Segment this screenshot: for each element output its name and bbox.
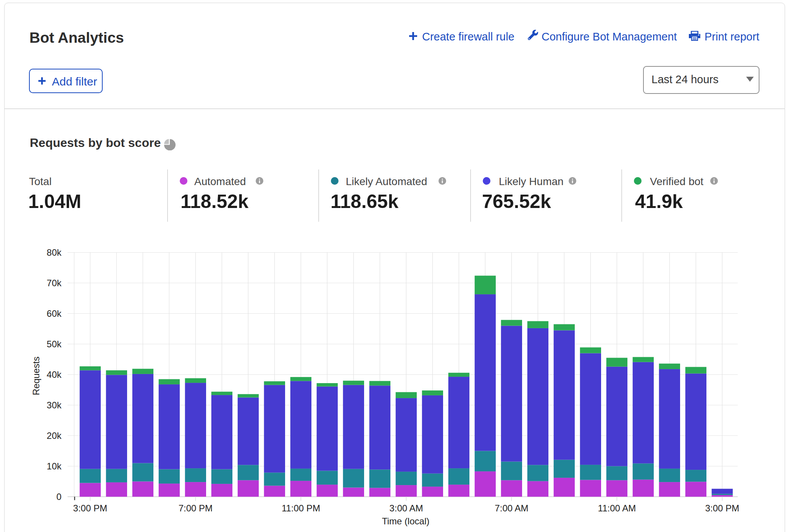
svg-text:50k: 50k: [47, 339, 62, 349]
svg-text:0: 0: [56, 492, 61, 502]
svg-text:20k: 20k: [47, 430, 62, 441]
svg-text:Requests: Requests: [31, 356, 41, 395]
svg-text:7:00 AM: 7:00 AM: [495, 503, 528, 513]
svg-text:80k: 80k: [47, 247, 62, 258]
svg-text:30k: 30k: [47, 400, 62, 410]
svg-text:40k: 40k: [47, 369, 62, 380]
svg-text:60k: 60k: [47, 308, 62, 319]
svg-text:Time (local): Time (local): [382, 516, 429, 526]
svg-text:7:00 PM: 7:00 PM: [179, 503, 213, 513]
svg-text:3:00 PM: 3:00 PM: [73, 503, 107, 513]
svg-text:3:00 AM: 3:00 AM: [389, 503, 423, 513]
svg-text:11:00 AM: 11:00 AM: [598, 503, 636, 513]
svg-text:70k: 70k: [47, 278, 62, 288]
svg-text:10k: 10k: [47, 461, 62, 471]
svg-text:3:00 PM: 3:00 PM: [705, 503, 739, 513]
svg-text:11:00 PM: 11:00 PM: [282, 503, 320, 513]
